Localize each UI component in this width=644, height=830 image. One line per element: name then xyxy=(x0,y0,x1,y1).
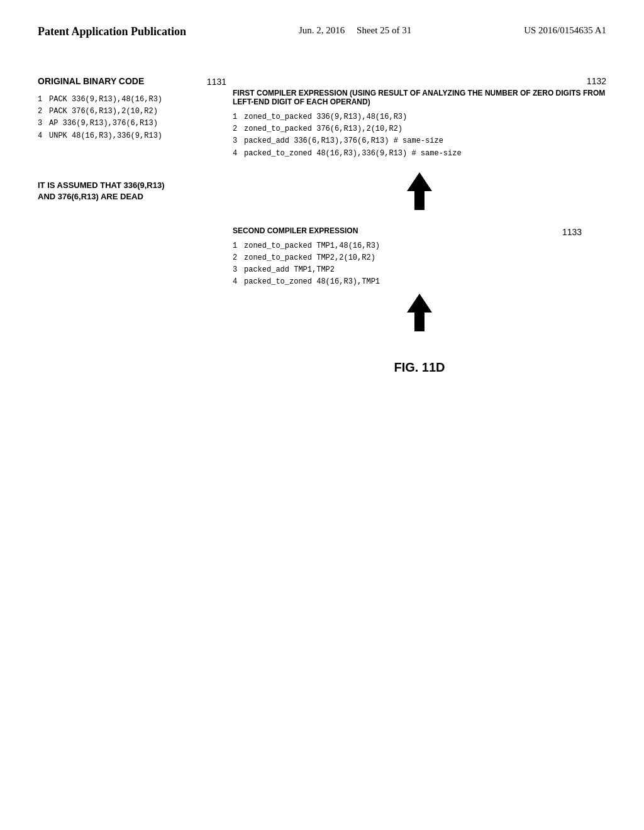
fig-label: FIG. 11D xyxy=(233,360,606,375)
original-binary-title: ORIGINAL BINARY CODE xyxy=(38,76,182,86)
second-compiler-code: 1 2 3 4 zoned_to_packed TMP1,48(16,R3) z… xyxy=(233,240,556,289)
publication-number: US 2016/0154635 A1 xyxy=(524,25,606,36)
svg-marker-1 xyxy=(407,294,432,331)
sheet-info: Sheet 25 of 31 xyxy=(357,25,411,35)
ref-1131-area: 1131 xyxy=(182,76,233,375)
second-instr-2: zoned_to_packed TMP2,2(10,R2) xyxy=(244,252,380,264)
first-compiler-code: 1 2 3 4 zoned_to_packed 336(9,R13),48(16… xyxy=(233,111,606,160)
first-instr-3: packed_add 336(6,R13),376(6,R13) # same-… xyxy=(244,135,462,147)
ref-1132-row: 1132 xyxy=(233,76,606,86)
ref-1131-label: 1131 xyxy=(207,76,226,87)
svg-marker-0 xyxy=(407,172,432,210)
first-compiler-line-numbers: 1 2 3 4 xyxy=(233,111,240,160)
middle-section: 1132 FIRST COMPILER EXPRESSION (USING RE… xyxy=(233,76,606,375)
orig-instr-4: UNPK 48(16,R3),336(9,R13) xyxy=(49,130,162,142)
first-instr-1: zoned_to_packed 336(9,R13),48(16,R3) xyxy=(244,111,462,123)
original-binary-section: ORIGINAL BINARY CODE 1 2 3 4 PACK 336(9,… xyxy=(38,76,182,142)
first-instr-2: zoned_to_packed 376(6,R13),2(10,R2) xyxy=(244,123,462,135)
diagram-wrapper: ORIGINAL BINARY CODE 1 2 3 4 PACK 336(9,… xyxy=(38,76,606,375)
assumed-text: IT IS ASSUMED THAT 336(9,R13) AND 376(6,… xyxy=(38,180,182,202)
original-binary-line-numbers: 1 2 3 4 xyxy=(38,94,45,142)
original-binary-instructions: PACK 336(9,R13),48(16,R3) PACK 376(6,R13… xyxy=(49,94,162,142)
second-compiler-title: SECOND COMPILER EXPRESSION xyxy=(233,226,556,235)
second-compiler-arrow xyxy=(233,294,606,331)
publication-date: Jun. 2, 2016 xyxy=(299,25,345,35)
second-compiler-row: SECOND COMPILER EXPRESSION 1 2 3 4 zoned… xyxy=(233,226,606,289)
original-binary-code: 1 2 3 4 PACK 336(9,R13),48(16,R3) PACK 3… xyxy=(38,94,182,142)
page: Patent Application Publication Jun. 2, 2… xyxy=(0,0,644,830)
second-instr-1: zoned_to_packed TMP1,48(16,R3) xyxy=(244,240,380,252)
ref-number-1133: 1133 xyxy=(562,227,582,237)
ref-1133-area: 1133 xyxy=(556,226,606,238)
first-compiler-title: FIRST COMPILER EXPRESSION (USING RESULT … xyxy=(233,89,606,106)
first-compiler-arrow xyxy=(233,172,606,210)
second-compiler-instructions: zoned_to_packed TMP1,48(16,R3) zoned_to_… xyxy=(244,240,380,289)
second-instr-3: packed_add TMP1,TMP2 xyxy=(244,264,380,276)
left-section: ORIGINAL BINARY CODE 1 2 3 4 PACK 336(9,… xyxy=(38,76,182,375)
ref-number-1131: 1131 xyxy=(207,77,226,87)
up-arrow-svg-1 xyxy=(401,172,438,210)
publication-date-sheet: Jun. 2, 2016 Sheet 25 of 31 xyxy=(299,25,411,36)
ref-number-1132: 1132 xyxy=(587,76,606,86)
orig-instr-1: PACK 336(9,R13),48(16,R3) xyxy=(49,94,162,106)
orig-instr-2: PACK 376(6,R13),2(10,R2) xyxy=(49,106,162,118)
second-compiler-line-numbers: 1 2 3 4 xyxy=(233,240,240,289)
second-instr-4: packed_to_zoned 48(16,R3),TMP1 xyxy=(244,276,380,288)
second-compiler-section: SECOND COMPILER EXPRESSION 1 2 3 4 zoned… xyxy=(233,226,556,289)
up-arrow-svg-2 xyxy=(401,294,438,331)
orig-instr-3: AP 336(9,R13),376(6,R13) xyxy=(49,118,162,130)
first-compiler-section: FIRST COMPILER EXPRESSION (USING RESULT … xyxy=(233,89,606,160)
first-instr-4: packed_to_zoned 48(16,R3),336(9,R13) # s… xyxy=(244,148,462,160)
assumed-text-block: IT IS ASSUMED THAT 336(9,R13) AND 376(6,… xyxy=(38,180,182,202)
first-compiler-instructions: zoned_to_packed 336(9,R13),48(16,R3) zon… xyxy=(244,111,462,160)
publication-title: Patent Application Publication xyxy=(38,25,186,38)
header: Patent Application Publication Jun. 2, 2… xyxy=(38,25,606,38)
